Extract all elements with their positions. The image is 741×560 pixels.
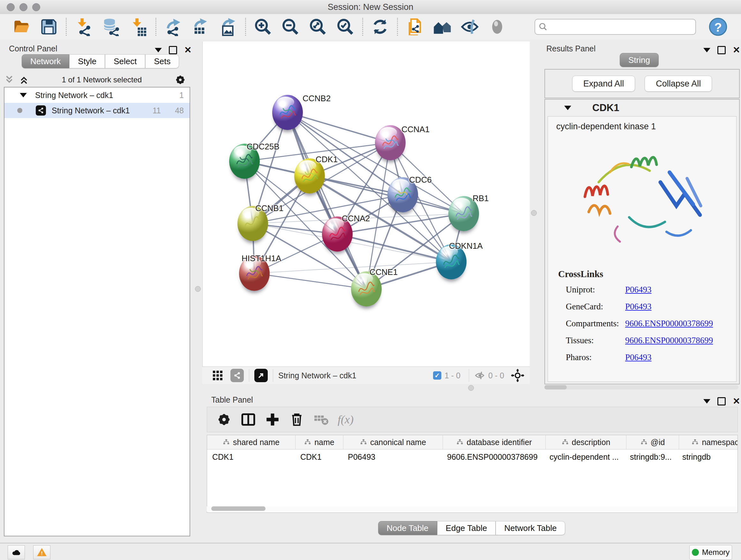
table-row[interactable]: CDK1CDK1P064939606.ENSP00000378699cyclin… xyxy=(207,449,738,464)
table-cell[interactable]: CDK1 xyxy=(295,449,343,464)
tab-network[interactable]: Network xyxy=(22,54,69,68)
results-panel-float-icon[interactable] xyxy=(718,46,726,54)
refresh-view-icon[interactable] xyxy=(371,17,389,36)
table-horizontal-scrollbar[interactable] xyxy=(207,506,737,511)
crosslink-label: GeneCard: xyxy=(566,302,625,312)
copy-network-icon[interactable] xyxy=(406,17,424,36)
export-table-icon[interactable] xyxy=(192,17,210,36)
zoom-selected-icon[interactable] xyxy=(336,17,354,36)
table-cell[interactable]: stringdb xyxy=(677,449,738,464)
crosslink-link[interactable]: P06493 xyxy=(625,285,652,295)
column-header-description[interactable]: description xyxy=(546,435,626,449)
export-network-icon[interactable] xyxy=(164,17,183,36)
network-node-ccnb2[interactable] xyxy=(272,95,303,130)
open-in-new-window-icon[interactable] xyxy=(254,369,268,382)
selected-checkbox-icon[interactable]: ✓ xyxy=(433,371,441,380)
control-panel-float-icon[interactable] xyxy=(169,46,177,54)
left-splitter-handle[interactable] xyxy=(195,286,201,292)
open-session-icon[interactable] xyxy=(12,17,30,36)
expand-all-chevron-icon[interactable] xyxy=(4,74,15,85)
protein-card: CDK1 cyclin-dependent kinase 1 xyxy=(544,99,740,384)
help-icon[interactable]: ? xyxy=(709,17,727,36)
tab-network-table[interactable]: Network Table xyxy=(495,521,565,535)
node-label-ccne1: CCNE1 xyxy=(369,267,398,277)
import-network-from-file-icon[interactable] xyxy=(74,17,93,36)
network-share-icon[interactable] xyxy=(230,369,244,382)
column-tree-icon xyxy=(562,439,569,446)
crosslink-link[interactable]: P06493 xyxy=(625,302,652,312)
show-columns-icon[interactable] xyxy=(240,412,256,428)
table-panel-collapse-icon[interactable] xyxy=(703,399,711,403)
zoom-fit-icon[interactable] xyxy=(309,17,327,36)
network-node-ccna1[interactable] xyxy=(375,125,406,160)
tab-node-table[interactable]: Node Table xyxy=(378,521,437,535)
grid-view-icon[interactable] xyxy=(212,370,223,381)
home-icon[interactable] xyxy=(433,17,452,36)
crosslink-link[interactable]: 9606.ENSP00000378699 xyxy=(625,319,713,328)
tab-style[interactable]: Style xyxy=(69,54,105,68)
delete-column-trash-icon[interactable] xyxy=(289,412,305,428)
table-cell[interactable]: P06493 xyxy=(343,449,442,464)
control-panel-collapse-icon[interactable] xyxy=(155,48,162,52)
cloud-status-button[interactable] xyxy=(8,545,25,559)
node-label-ccna2: CCNA2 xyxy=(342,213,370,224)
collection-expand-icon[interactable] xyxy=(20,93,27,98)
delete-table-icon[interactable] xyxy=(313,412,329,428)
search-input[interactable] xyxy=(548,22,683,32)
collapse-all-chevron-icon[interactable] xyxy=(18,74,29,85)
network-edge[interactable] xyxy=(254,273,366,289)
collapse-all-button[interactable]: Collapse All xyxy=(645,76,712,91)
expand-all-button[interactable]: Expand All xyxy=(572,76,635,91)
show-all-eye-icon[interactable] xyxy=(488,17,507,36)
crosslink-link[interactable]: 9606.ENSP00000378699 xyxy=(625,335,713,346)
save-session-icon[interactable] xyxy=(40,17,58,36)
zoom-in-icon[interactable] xyxy=(254,17,272,36)
protein-card-header[interactable]: CDK1 xyxy=(545,100,739,116)
table-cell[interactable]: 9606.ENSP00000378699 xyxy=(442,449,544,464)
tab-select[interactable]: Select xyxy=(105,54,145,68)
table-cell[interactable]: cyclin-dependent ... xyxy=(544,449,625,464)
crosslink-link[interactable]: P06493 xyxy=(625,353,652,362)
table-options-gear-icon[interactable] xyxy=(216,412,232,428)
table-cell[interactable]: stringdb:9... xyxy=(625,449,677,464)
horizontal-splitter-handle[interactable] xyxy=(468,385,474,391)
network-row[interactable]: String Network – cdk1 11 48 xyxy=(4,103,190,118)
network-collection-row[interactable]: String Network – cdk1 1 xyxy=(4,87,190,103)
right-splitter-handle[interactable] xyxy=(531,210,537,216)
network-edge[interactable] xyxy=(287,112,366,289)
hide-selected-eye-slash-icon[interactable] xyxy=(461,17,479,36)
results-panel-close-icon[interactable]: ✕ xyxy=(733,47,740,53)
column-header-label: @id xyxy=(651,438,665,447)
network-edge[interactable] xyxy=(287,112,390,143)
column-header-database-identifier[interactable]: database identifier xyxy=(443,435,546,449)
column-header-canonical-name[interactable]: canonical name xyxy=(343,435,443,449)
network-options-gear-icon[interactable] xyxy=(174,74,186,86)
column-header-name[interactable]: name xyxy=(295,435,343,449)
control-panel-close-icon[interactable]: ✕ xyxy=(184,47,192,53)
warnings-button[interactable]: ! xyxy=(33,545,51,559)
tab-string[interactable]: String xyxy=(620,53,659,67)
column-header-shared-name[interactable]: shared name xyxy=(207,435,295,449)
add-column-icon[interactable] xyxy=(265,412,280,428)
results-panel-collapse-icon[interactable] xyxy=(703,48,711,52)
toolbar-search-field[interactable] xyxy=(535,19,696,35)
results-scrollbar[interactable] xyxy=(544,385,738,389)
function-builder-icon[interactable]: f(x) xyxy=(338,413,354,426)
zoom-out-icon[interactable] xyxy=(281,17,300,36)
network-canvas[interactable]: CCNB2CCNA1CDC25BCDK1CDC6RB1CCNB1CCNA2CDK… xyxy=(202,42,530,367)
table-cell[interactable]: CDK1 xyxy=(207,449,295,464)
column-header--id[interactable]: @id xyxy=(626,435,679,449)
column-header-namespace[interactable]: namespace xyxy=(679,435,738,449)
tab-edge-table[interactable]: Edge Table xyxy=(437,521,496,535)
table-panel-float-icon[interactable] xyxy=(718,397,726,406)
protein-card-expand-icon[interactable] xyxy=(564,106,571,110)
table-panel-close-icon[interactable]: ✕ xyxy=(733,398,740,405)
export-image-icon[interactable] xyxy=(219,17,238,36)
import-network-from-database-icon[interactable] xyxy=(102,17,120,36)
protein-ribbon-thumbnail xyxy=(235,152,254,171)
birds-eye-view-icon[interactable] xyxy=(511,368,525,382)
hidden-eye-slash-icon[interactable] xyxy=(474,370,485,381)
tab-sets[interactable]: Sets xyxy=(145,54,179,68)
memory-button[interactable]: Memory xyxy=(689,545,732,560)
import-table-from-file-icon[interactable] xyxy=(129,17,148,36)
